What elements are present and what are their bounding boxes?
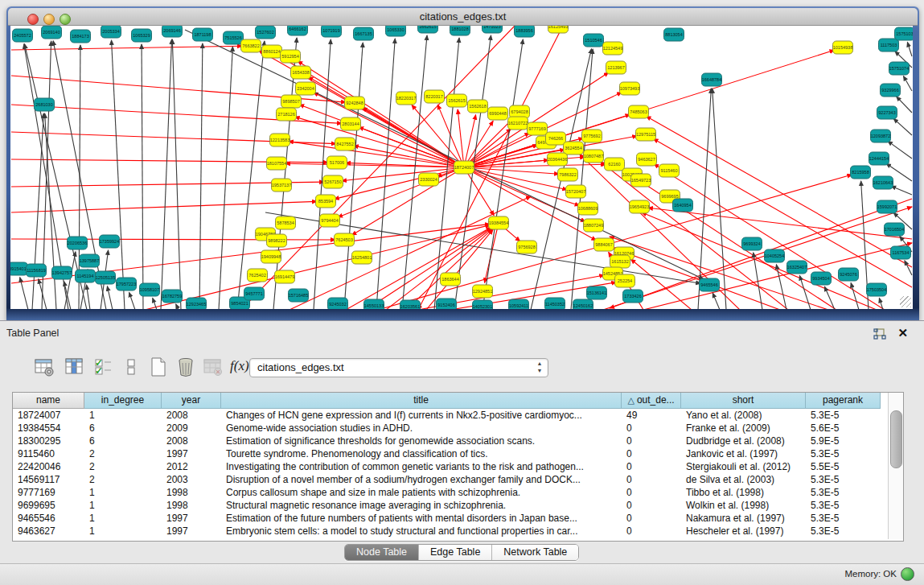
column-header-pagerank[interactable]: pagerank [806, 393, 881, 409]
graph-node[interactable]: 17503504 [867, 283, 887, 296]
graph-edge[interactable] [11, 46, 242, 50]
table-cell[interactable]: Tibbo et al. (1998) [681, 486, 806, 499]
graph-node[interactable]: 9756928 [517, 241, 537, 253]
window-titlebar[interactable]: citations_edges.txt [8, 8, 918, 26]
graph-node[interactable]: 19654923 [630, 200, 650, 213]
graph-node[interactable]: 16210722 [508, 117, 528, 130]
graph-node[interactable]: 8427552 [335, 138, 355, 150]
graph-edge[interactable] [622, 169, 836, 309]
graph-node[interactable]: 9934504 [811, 272, 832, 285]
graph-edge[interactable] [851, 283, 859, 309]
graph-node[interactable]: 15136141 [587, 286, 607, 299]
graph-node[interactable]: 1871198 [193, 28, 213, 41]
graph-node[interactable]: 5912954 [281, 50, 301, 63]
graph-edge[interactable] [219, 47, 232, 309]
table-cell[interactable]: 5.9E-5 [806, 435, 881, 447]
graph-node[interactable]: 16325407 [787, 261, 807, 274]
graph-edge[interactable] [112, 40, 125, 309]
table-cell[interactable]: 9465546 [13, 512, 84, 525]
close-panel-icon[interactable]: ✕ [897, 327, 908, 339]
table-cell[interactable]: 6 [84, 422, 162, 435]
graph-node[interactable]: 15992071 [877, 200, 897, 213]
graph-edge[interactable] [648, 208, 912, 239]
graph-node[interactable]: 1662615 [418, 26, 438, 33]
graph-edge[interactable] [897, 97, 912, 113]
graph-node[interactable]: 2803144 [341, 117, 361, 130]
resize-grip-icon[interactable] [900, 296, 911, 307]
graph-node[interactable]: 9227343 [877, 106, 897, 119]
table-row[interactable]: 2242004622012Investigating the contribut… [13, 460, 887, 473]
graph-node[interactable]: 1145194 [76, 270, 96, 282]
graph-node[interactable]: 14052301 [473, 300, 493, 309]
table-row[interactable]: 977716911998Corpus callosum shape and si… [13, 486, 887, 499]
graph-node[interactable]: 19384554 [489, 216, 509, 229]
table-row[interactable]: 969969511998Structural magnetic resonanc… [13, 499, 887, 512]
column-header-short[interactable]: short [681, 393, 806, 409]
graph-node[interactable]: 2681030 [35, 98, 55, 111]
column-header-year[interactable]: year [162, 393, 221, 409]
graph-node[interactable]: 7663822 [241, 39, 261, 52]
graph-edge[interactable] [776, 265, 786, 309]
graph-node[interactable]: 1615132 [610, 255, 630, 268]
graph-node[interactable]: 8860124 [262, 45, 282, 58]
graph-node[interactable]: 20206536 [68, 237, 88, 249]
table-cell[interactable]: 19384554 [13, 422, 84, 435]
graph-node[interactable]: 8215958 [851, 166, 871, 179]
graph-node[interactable]: 18107554 [267, 157, 287, 170]
table-cell[interactable]: 14569117 [13, 473, 84, 486]
graph-node[interactable]: 2405572 [13, 29, 33, 42]
table-cell[interactable]: 0 [622, 525, 681, 538]
graph-node[interactable]: 1863644 [441, 273, 461, 286]
graph-node[interactable]: 1562618 [468, 100, 488, 113]
table-cell[interactable]: 1 [84, 486, 162, 499]
graph-edge[interactable] [893, 118, 912, 135]
graph-edge[interactable] [713, 89, 726, 309]
table-settings-icon[interactable] [34, 356, 55, 377]
graph-edge[interactable] [903, 76, 912, 91]
graph-node[interactable]: 16549723 [631, 174, 651, 187]
graph-node[interactable]: 1167534 [891, 246, 911, 259]
graph-node[interactable]: 18724007 [454, 161, 474, 174]
function-builder-icon[interactable]: f(x) [230, 358, 249, 374]
graph-edge[interactable] [290, 196, 531, 309]
graph-edge[interactable] [107, 286, 113, 309]
table-cell[interactable]: 22420046 [13, 460, 84, 473]
graph-edge[interactable] [172, 39, 181, 309]
table-cell[interactable]: 5.5E-5 [806, 460, 881, 473]
graph-node[interactable]: 10688609 [578, 202, 598, 215]
graph-node[interactable]: 10592411 [509, 299, 529, 309]
table-cell[interactable]: 18724007 [13, 409, 84, 422]
graph-node[interactable]: 12213583 [270, 134, 290, 146]
table-cell[interactable]: 1 [84, 512, 162, 525]
graph-node[interactable]: 9898507 [281, 95, 302, 108]
graph-node[interactable]: 1065329 [132, 29, 152, 42]
table-cell[interactable]: 0 [622, 486, 681, 499]
graph-node[interactable]: 1065330 [386, 26, 406, 36]
graph-node[interactable]: 2069146 [162, 26, 183, 37]
graph-node[interactable]: 62160 [605, 158, 625, 171]
table-cell[interactable]: 1997 [162, 512, 221, 525]
graph-edge[interactable] [891, 186, 912, 195]
graph-node[interactable]: 10154938 [833, 41, 853, 54]
graph-edge[interactable] [362, 108, 464, 167]
graph-node[interactable]: 853594 [316, 195, 336, 208]
graph-node[interactable]: 16210643 [873, 176, 893, 189]
new-table-icon[interactable] [148, 356, 169, 377]
graph-node[interactable]: 7986322 [558, 168, 578, 181]
graph-node[interactable]: 11156819 [27, 264, 47, 277]
table-cell[interactable]: 5.3E-5 [806, 486, 881, 499]
table-cell[interactable]: 1 [84, 499, 162, 512]
graph-node[interactable]: 1071919 [322, 26, 342, 37]
graph-edge[interactable] [142, 44, 143, 309]
network-graph[interactable]: 2405572206914018841732005334106532920691… [10, 26, 913, 309]
row-options-icon[interactable] [121, 356, 142, 377]
graph-node[interactable]: 18807249 [584, 219, 604, 232]
graph-node[interactable]: 13942757 [52, 266, 72, 279]
graph-edge[interactable] [376, 39, 395, 309]
graph-node[interactable]: 2069140 [42, 26, 62, 39]
graph-edge[interactable] [176, 304, 179, 309]
table-cell[interactable]: Franke et al. (2009) [681, 422, 806, 435]
graph-node[interactable]: 1510546 [584, 34, 604, 47]
table-cell[interactable]: Nakamura et al. (1997) [681, 512, 806, 525]
graph-node[interactable]: 7625402 [248, 269, 268, 282]
